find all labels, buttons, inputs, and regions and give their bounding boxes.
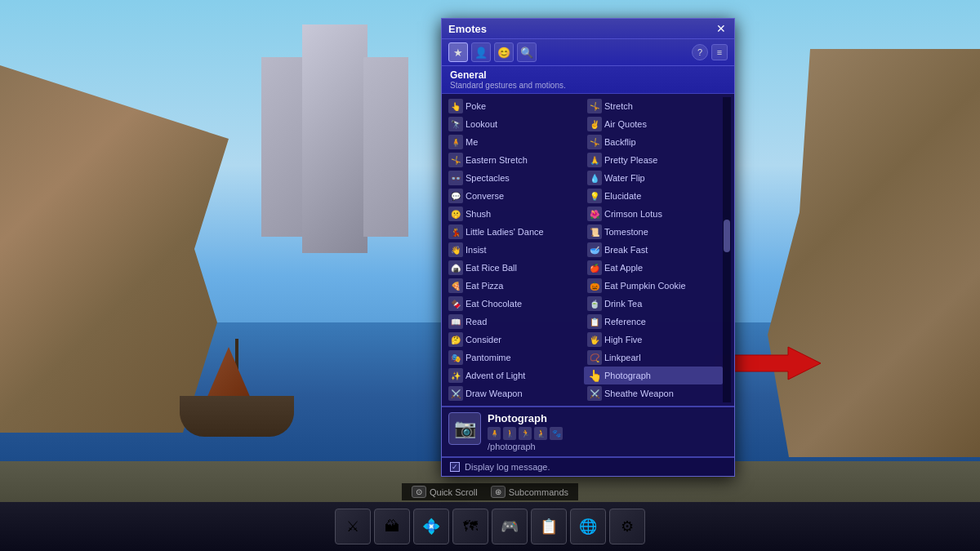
selected-emote-mode-icons: 🧍 🚶 🏃 🧎 🐾 [488,427,728,440]
emote-draw-weapon-label: Draw Weapon [466,389,523,398]
tab-emote[interactable]: 😊 [494,42,514,62]
hotbar-slot-2[interactable]: 🏔 [374,509,410,544]
emote-tomestone[interactable]: 📜 Tomestone [584,223,723,241]
tab-category[interactable]: 👤 [471,42,491,62]
mode-icon-2: 🚶 [503,427,516,440]
emote-consider-label: Consider [466,335,501,344]
subcommands-item: ⊛ Subcommands [491,486,568,498]
display-log-area: ✓ Display log message. [442,457,734,476]
emote-water-flip[interactable]: 💧 Water Flip [584,169,723,187]
emote-photograph-label: Photograph [604,371,651,380]
help-button[interactable]: ? [692,44,708,60]
emote-high-five[interactable]: 🖐 High Five [584,331,723,349]
emote-linkpearl[interactable]: 📿 Linkpearl [584,349,723,367]
emote-stretch[interactable]: 🤸 Stretch [584,97,723,115]
emote-eat-pumpkin-cookie[interactable]: 🎃 Eat Pumpkin Cookie [584,277,723,295]
emotes-column-right: 🤸 Stretch ✌️ Air Quotes 🤸 Backflip 🙏 Pre… [584,97,723,402]
emote-air-quotes[interactable]: ✌️ Air Quotes [584,115,723,133]
emote-eat-apple[interactable]: 🍎 Eat Apple [584,259,723,277]
emote-converse[interactable]: 💬 Converse [445,187,584,205]
tab-favorites[interactable]: ★ [448,42,468,62]
section-desc: Standard gestures and motions. [450,81,726,90]
emote-eastern-stretch[interactable]: 🤸 Eastern Stretch [445,151,584,169]
hotbar-slot-7[interactable]: 🌐 [570,509,606,544]
emote-poke-icon: 👆 [448,99,463,113]
selected-emote-command: /photograph [488,442,728,451]
hotbar-slot-8[interactable]: ⚙ [609,509,645,544]
scrollbar-thumb[interactable] [724,220,730,252]
emote-shush[interactable]: 🤫 Shush [445,205,584,223]
emote-drink-tea[interactable]: 🍵 Drink Tea [584,295,723,313]
ship [163,339,310,437]
emote-lookout[interactable]: 🔭 Lookout [445,115,584,133]
emote-photograph[interactable]: 👆 Photograph [584,367,723,384]
emote-spectacles-label: Spectacles [466,173,510,183]
emote-pantomime[interactable]: 🎭 Pantomime [445,349,584,367]
emote-lookout-icon: 🔭 [448,117,463,131]
emote-poke-label: Poke [466,101,486,111]
emote-break-fast[interactable]: 🥣 Break Fast [584,241,723,259]
quick-scroll-key: ⊙ [412,486,426,498]
close-button[interactable]: ✕ [715,22,728,35]
hotbar-slot-1[interactable]: ⚔ [335,509,371,544]
emote-elucidate[interactable]: 💡 Elucidate [584,187,723,205]
section-title: General [450,69,726,81]
emote-me[interactable]: 🧍 Me [445,133,584,151]
emote-break-fast-icon: 🥣 [587,242,602,257]
cursor-icon: 👆 [587,368,602,383]
emote-crimson-lotus-icon: 🌺 [587,207,602,221]
emote-converse-icon: 💬 [448,189,463,203]
selected-emote-area: 📷 Photograph 🧍 🚶 🏃 🧎 🐾 /photograph [442,407,734,456]
hotbar-slot-4[interactable]: 🗺 [452,509,488,544]
emote-poke[interactable]: 👆 Poke [445,97,584,115]
emote-read[interactable]: 📖 Read [445,313,584,331]
emote-draw-weapon[interactable]: ⚔️ Draw Weapon [445,384,584,402]
emote-insist[interactable]: 👋 Insist [445,241,584,259]
hotbar-slot-3[interactable]: 💠 [413,509,449,544]
emote-insist-label: Insist [466,245,487,255]
emote-spectacles[interactable]: 👓 Spectacles [445,169,584,187]
emote-pretty-please-icon: 🙏 [587,153,602,167]
emote-eat-pizza[interactable]: 🍕 Eat Pizza [445,277,584,295]
quick-scroll-label: Quick Scroll [430,487,478,497]
emote-sheathe-weapon-label: Sheathe Weapon [604,389,674,398]
tab-search[interactable]: 🔍 [517,42,537,62]
emote-me-label: Me [466,137,478,147]
emote-backflip-label: Backflip [604,137,636,147]
emote-eat-chocolate[interactable]: 🍫 Eat Chocolate [445,295,584,313]
emote-elucidate-icon: 💡 [587,189,602,203]
castle-tower-left [261,57,306,237]
emote-eat-rice-ball[interactable]: 🍙 Eat Rice Ball [445,259,584,277]
emote-drink-tea-label: Drink Tea [604,299,642,309]
subcommands-label: Subcommands [509,487,568,497]
emote-eat-pizza-label: Eat Pizza [466,281,503,291]
hotbar-slot-5[interactable]: 🎮 [492,509,528,544]
display-log-checkbox[interactable]: ✓ [450,462,460,472]
hotbar-slot-6[interactable]: 📋 [531,509,567,544]
emote-eat-rice-ball-icon: 🍙 [448,260,463,275]
emote-sheathe-weapon[interactable]: ⚔️ Sheathe Weapon [584,384,723,402]
emote-reference-label: Reference [604,317,646,327]
emote-little-ladies-dance[interactable]: 💃 Little Ladies' Dance [445,223,584,241]
mode-icon-1: 🧍 [488,427,501,440]
emote-advent-of-light[interactable]: ✨ Advent of Light [445,367,584,384]
emote-shush-label: Shush [466,209,491,219]
emote-crimson-lotus[interactable]: 🌺 Crimson Lotus [584,205,723,223]
castle [253,24,416,310]
emote-converse-label: Converse [466,191,504,201]
emote-break-fast-label: Break Fast [604,245,648,255]
emotes-list: 👆 Poke 🔭 Lookout 🧍 Me 🤸 Eastern Stretch … [442,94,734,406]
mode-icon-4: 🧎 [534,427,547,440]
emote-backflip[interactable]: 🤸 Backflip [584,133,723,151]
scrollbar[interactable] [723,97,731,402]
emote-reference-icon: 📋 [587,314,602,329]
subcommands-key: ⊛ [491,486,506,498]
emote-tomestone-label: Tomestone [604,227,648,237]
emote-consider[interactable]: 🤔 Consider [445,331,584,349]
settings-button[interactable]: ≡ [711,44,728,60]
mode-icon-5: 🐾 [550,427,563,440]
emote-reference[interactable]: 📋 Reference [584,313,723,331]
emote-read-icon: 📖 [448,314,463,329]
emotes-column-left: 👆 Poke 🔭 Lookout 🧍 Me 🤸 Eastern Stretch … [445,97,584,402]
emote-pretty-please[interactable]: 🙏 Pretty Please [584,151,723,169]
